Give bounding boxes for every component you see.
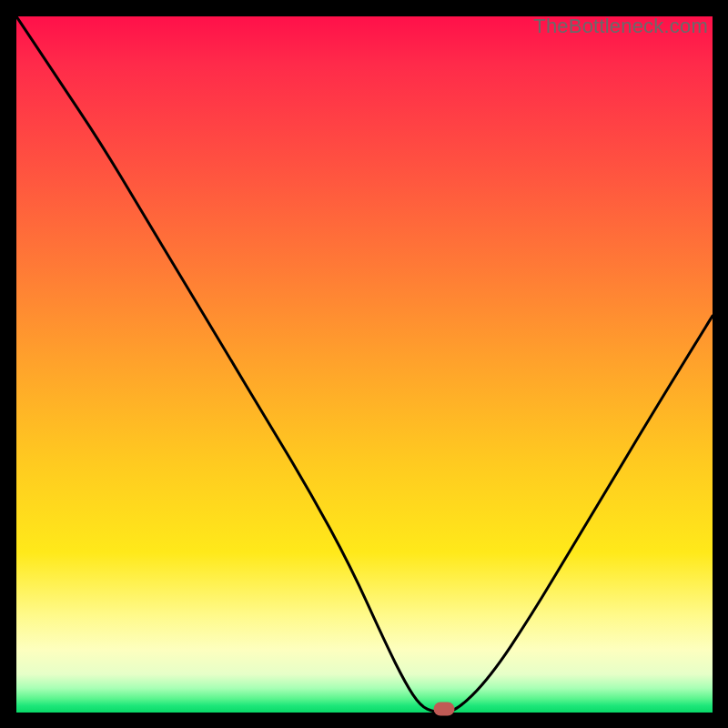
watermark-text: TheBottleneck.com: [533, 15, 708, 38]
bottleneck-curve: [16, 16, 713, 713]
plot-area: TheBottleneck.com: [16, 16, 713, 713]
chart-container: TheBottleneck.com: [0, 0, 728, 728]
optimal-marker: [434, 703, 455, 716]
